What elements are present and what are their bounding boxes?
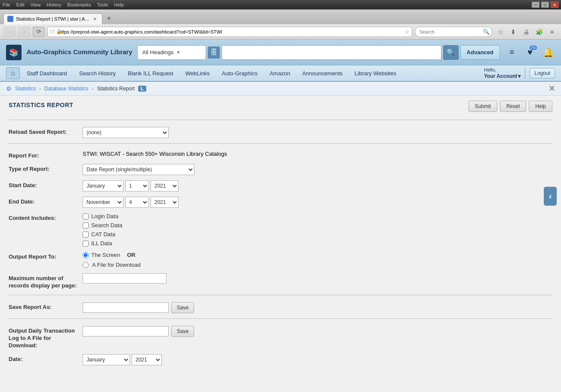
browser-menu[interactable]: File Edit View History Bookmarks Tools H… xyxy=(3,2,124,7)
breadcrumb-badge: L xyxy=(138,86,146,92)
report-for-value: STWI: WISCAT - Search 550+ Wisconsin Lib… xyxy=(83,151,552,157)
content-row: Content Includes: Login Data Search Data… xyxy=(9,213,552,247)
heading-dropdown[interactable]: All Headings ▼ xyxy=(137,45,206,60)
browser-search-icon[interactable]: 🔍 xyxy=(483,28,490,35)
scroll-left-button[interactable]: ‹ xyxy=(544,187,557,206)
menu-view[interactable]: View xyxy=(31,2,41,7)
nav-staff-dashboard[interactable]: Staff Dashboard xyxy=(22,67,72,79)
output-label: Output Report To: xyxy=(9,252,77,260)
save-report-input[interactable] xyxy=(83,302,169,313)
breadcrumb-current: Statistics Report xyxy=(97,86,135,92)
type-field: Date Report (single/multiple) xyxy=(83,164,552,175)
breadcrumb-close-button[interactable]: ✕ xyxy=(549,84,555,93)
address-bar: ← → ⟳ 🛡 🔒 ☆ 🔍 ☆ ⬇ 🖨 🧩 ≡ xyxy=(0,24,561,40)
divider-1 xyxy=(9,120,552,120)
nav-amazon[interactable]: Amazon xyxy=(265,67,296,79)
menu-file[interactable]: File xyxy=(3,2,10,7)
download-icon[interactable]: ⬇ xyxy=(508,27,519,37)
database-icon[interactable]: 🗄 xyxy=(208,46,220,59)
search-data-row[interactable]: Search Data xyxy=(83,222,552,228)
header-right: ≡ ♥ F9 🔔 xyxy=(505,46,555,59)
favorites-heart-icon[interactable]: ♥ F9 xyxy=(523,46,537,59)
search-button[interactable]: 🔍 xyxy=(443,45,459,60)
search-wrapper: 🔍 xyxy=(415,27,492,37)
print-icon[interactable]: 🖨 xyxy=(521,27,532,37)
back-button[interactable]: ← xyxy=(3,27,15,37)
breadcrumb-settings-icon[interactable]: ⚙ xyxy=(6,85,12,92)
type-select[interactable]: Date Report (single/multiple) xyxy=(83,164,194,175)
daily-log-field: Save xyxy=(83,326,552,337)
address-input[interactable] xyxy=(47,27,412,37)
login-data-row[interactable]: Login Data xyxy=(83,213,552,219)
daily-year-select[interactable]: 20192020202120222023 xyxy=(132,354,162,365)
extension-icon[interactable]: 🧩 xyxy=(533,27,545,37)
reload-select[interactable]: (none) xyxy=(83,127,169,138)
end-month-select[interactable]: JanuaryFebruaryMarchApril MayJuneJuly Au… xyxy=(83,197,123,208)
home-button[interactable]: ⌂ xyxy=(6,67,20,79)
list-icon[interactable]: ≡ xyxy=(505,46,519,59)
or-text: OR xyxy=(127,252,136,258)
start-day-select[interactable]: 1234 xyxy=(125,180,149,191)
toolbar-icons: ☆ ⬇ 🖨 🧩 ≡ xyxy=(495,27,558,37)
daily-month-select[interactable]: January FebruaryMarchApril MayJuneJuly A… xyxy=(83,354,130,365)
nav-auto-graphics[interactable]: Auto-Graphics xyxy=(217,67,263,79)
end-year-select[interactable]: 20192020202120222023 xyxy=(151,197,179,208)
menu-help[interactable]: Help xyxy=(114,2,124,7)
forward-button[interactable]: → xyxy=(18,27,30,37)
cat-data-checkbox[interactable] xyxy=(83,231,89,238)
menu-tools[interactable]: Tools xyxy=(97,2,108,7)
end-day-select[interactable]: 1234 xyxy=(125,197,149,208)
daily-log-save-button[interactable]: Save xyxy=(171,326,194,337)
advanced-button[interactable]: Advanced xyxy=(460,45,500,60)
minimize-button[interactable]: ─ xyxy=(532,2,539,8)
reset-button[interactable]: Reset xyxy=(500,101,526,112)
your-account-link[interactable]: Your Account ▾ xyxy=(484,73,521,79)
nav-announcements[interactable]: Announcements xyxy=(297,67,348,79)
output-screen-radio[interactable] xyxy=(83,252,89,258)
breadcrumb-db-statistics[interactable]: Database Statistics xyxy=(44,86,89,92)
cat-data-label: CAT Data xyxy=(91,231,115,238)
output-file-radio[interactable] xyxy=(83,262,89,268)
close-button[interactable]: ✕ xyxy=(551,2,558,8)
maximize-button[interactable]: □ xyxy=(541,2,549,8)
daily-log-input[interactable] xyxy=(83,326,169,336)
tab-close-button[interactable]: ✕ xyxy=(93,16,97,22)
logout-button[interactable]: Logout xyxy=(530,68,555,78)
start-month-select[interactable]: January FebruaryMarchApril MayJuneJuly A… xyxy=(83,180,123,191)
reload-button[interactable]: ⟳ xyxy=(33,27,45,37)
output-screen-label[interactable]: The Screen xyxy=(83,252,120,258)
breadcrumb-statistics[interactable]: Statistics xyxy=(15,86,36,92)
cat-data-row[interactable]: CAT Data xyxy=(83,231,552,238)
max-records-input[interactable] xyxy=(83,273,166,284)
active-tab[interactable]: Statistics Report | STWI | stwi | A... ✕ xyxy=(3,13,102,25)
content-label: Content Includes: xyxy=(9,213,77,221)
nav-blank-ill[interactable]: Blank ILL Request xyxy=(123,67,179,79)
nav-weblinks[interactable]: WebLinks xyxy=(180,67,215,79)
search-input[interactable] xyxy=(222,45,441,60)
daily-date-label: Date: xyxy=(9,354,77,362)
bookmark-star-icon[interactable]: ☆ xyxy=(404,28,410,35)
start-year-select[interactable]: 20192020202120222023 xyxy=(151,180,179,191)
ill-data-row[interactable]: ILL Data xyxy=(83,240,552,247)
help-button[interactable]: Help xyxy=(529,101,552,112)
save-report-button[interactable]: Save xyxy=(171,302,194,313)
nav-search-history[interactable]: Search History xyxy=(74,67,121,79)
menu-history[interactable]: History xyxy=(46,2,61,7)
output-file-row[interactable]: A File for Download xyxy=(83,262,552,268)
ill-data-checkbox[interactable] xyxy=(83,241,89,247)
notifications-bell-icon[interactable]: 🔔 xyxy=(541,46,555,59)
browser-search-input[interactable] xyxy=(415,27,492,37)
daily-date-row: Date: January FebruaryMarchApril MayJune… xyxy=(9,354,552,365)
menu-icon[interactable]: ≡ xyxy=(546,27,558,37)
chevron-left-icon: ‹ xyxy=(549,191,552,201)
search-data-checkbox[interactable] xyxy=(83,222,89,228)
submit-button[interactable]: Submit xyxy=(469,101,497,112)
menu-bookmarks[interactable]: Bookmarks xyxy=(68,2,91,7)
home-icon: ⌂ xyxy=(11,69,15,77)
favorites-icon[interactable]: ☆ xyxy=(495,27,506,37)
new-tab-button[interactable]: + xyxy=(103,13,114,24)
nav-library-websites[interactable]: Library Websites xyxy=(349,67,401,79)
login-data-checkbox[interactable] xyxy=(83,213,89,219)
menu-edit[interactable]: Edit xyxy=(16,2,25,7)
window-controls[interactable]: ─ □ ✕ xyxy=(532,2,558,8)
